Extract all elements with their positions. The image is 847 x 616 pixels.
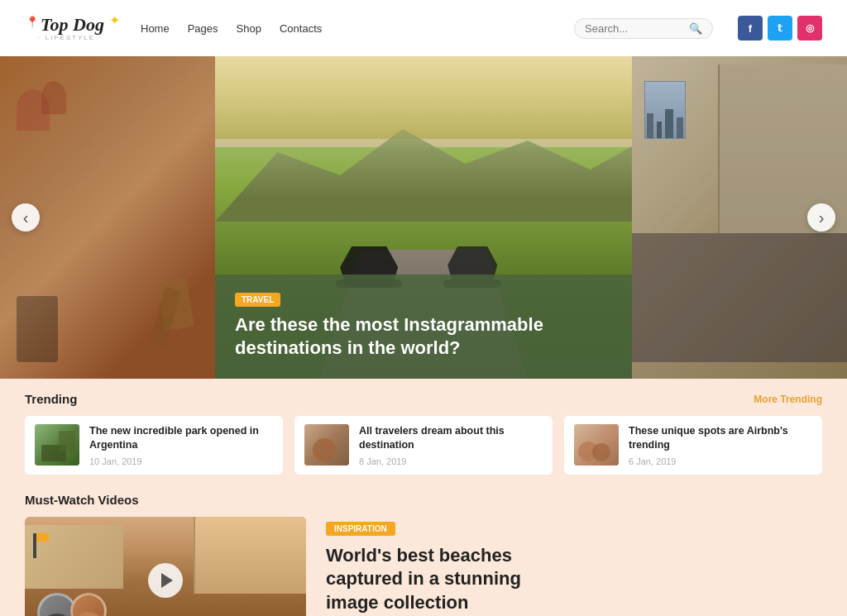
facebook-button[interactable]: f (738, 16, 763, 41)
card-thumbnail-2 (304, 424, 349, 466)
card-info-1: The new incredible park opened in Argent… (89, 424, 273, 466)
card-thumbnail-1 (35, 424, 79, 466)
twitter-button[interactable]: 𝕥 (768, 16, 792, 41)
video-headline-line2: captured in a stunning (326, 568, 521, 589)
nav-shop[interactable]: Shop (237, 22, 261, 35)
video-thumbnail[interactable] (25, 517, 306, 616)
site-header: 📍 Top Dog ✦ · LIFESTYLE · Home Pages Sho… (0, 0, 847, 56)
nav-home[interactable]: Home (141, 22, 170, 35)
pin-icon: 📍 (26, 16, 39, 28)
nav-contacts[interactable]: Contacts (280, 22, 322, 35)
play-icon (161, 573, 173, 588)
videos-section: Must-Watch Videos (0, 486, 847, 616)
hero-slider: Travel Are these the most Instagrammable… (0, 56, 847, 379)
logo-subtitle: · LIFESTYLE · (38, 34, 102, 41)
videos-content: Inspiration World's best beaches capture… (25, 517, 822, 616)
card-headline-3: These unique spots are Airbnb's trending (629, 424, 812, 452)
instagram-button[interactable]: ◎ (797, 16, 822, 41)
facebook-icon: f (749, 22, 752, 35)
trending-cards: The new incredible park opened in Argent… (25, 416, 822, 475)
star-icon: ✦ (109, 12, 120, 28)
video-headline-line3: image collection (326, 592, 468, 613)
more-trending-link[interactable]: More Trending (754, 394, 822, 405)
twitter-icon: 𝕥 (778, 22, 782, 34)
chevron-right-icon: › (819, 209, 825, 226)
chevron-left-icon: ‹ (23, 209, 29, 226)
search-box[interactable]: 🔍 (574, 18, 713, 39)
video-info: Inspiration World's best beaches capture… (326, 517, 822, 616)
trending-section: Trending More Trending The new incredibl… (0, 379, 847, 486)
next-slide-button[interactable]: › (807, 203, 835, 232)
video-headline-line1: World's best beaches (326, 545, 512, 566)
search-input[interactable] (585, 22, 684, 35)
nav-pages[interactable]: Pages (188, 22, 218, 35)
play-button[interactable] (148, 563, 183, 598)
card-headline-1: The new incredible park opened in Argent… (89, 424, 273, 452)
trending-card-1[interactable]: The new incredible park opened in Argent… (25, 416, 283, 475)
card-headline-2: All travelers dream about this destinati… (359, 424, 543, 452)
video-headline: World's best beaches captured in a stunn… (326, 544, 822, 615)
trending-header: Trending More Trending (25, 392, 822, 406)
prev-slide-button[interactable]: ‹ (12, 203, 40, 232)
logo-text: Top Dog (41, 16, 104, 34)
video-category-tag: Inspiration (326, 522, 395, 536)
search-icon: 🔍 (689, 22, 702, 35)
caption-title: Are these the most Instagrammable destin… (235, 313, 612, 361)
slide-center: Travel Are these the most Instagrammable… (215, 56, 632, 379)
card-info-2: All travelers dream about this destinati… (359, 424, 543, 466)
trending-card-3[interactable]: These unique spots are Airbnb's trending… (564, 416, 822, 475)
social-links: f 𝕥 ◎ (738, 16, 822, 41)
trending-card-2[interactable]: All travelers dream about this destinati… (294, 416, 553, 475)
card-date-1: 10 Jan, 2019 (89, 456, 273, 466)
main-nav: Home Pages Shop Contacts (141, 22, 557, 35)
slide-caption: Travel Are these the most Instagrammable… (215, 275, 632, 379)
card-info-3: These unique spots are Airbnb's trending… (629, 424, 812, 466)
card-thumbnail-3 (574, 424, 619, 466)
trending-title: Trending (25, 392, 77, 406)
instagram-icon: ◎ (806, 22, 814, 34)
videos-section-title: Must-Watch Videos (25, 493, 822, 507)
logo[interactable]: 📍 Top Dog ✦ · LIFESTYLE · (25, 16, 116, 41)
caption-tag: Travel (235, 293, 280, 307)
card-date-2: 8 Jan, 2019 (359, 456, 543, 466)
card-date-3: 6 Jan, 2019 (629, 456, 812, 466)
